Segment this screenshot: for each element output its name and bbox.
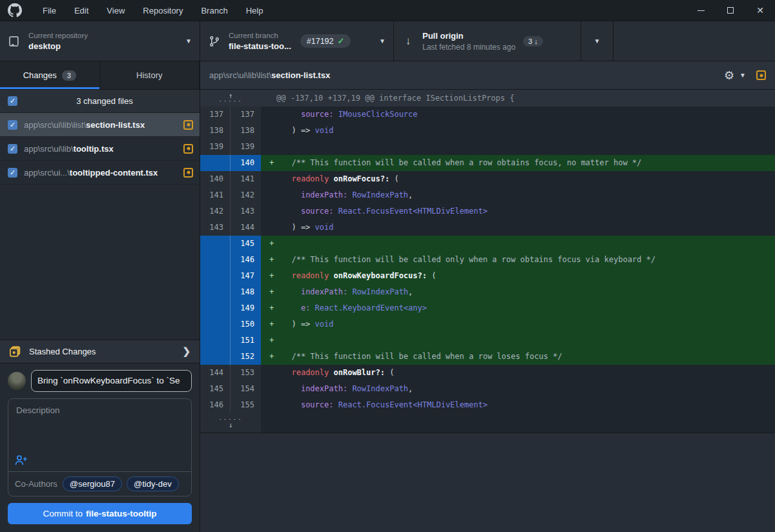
new-line-number[interactable]: 147 [231,268,261,284]
old-line-number[interactable] [200,284,231,300]
commit-summary-input[interactable] [31,370,192,392]
code-text: e: React.KeyboardEvent<any> [282,300,775,316]
diff-hunk-header[interactable]: ↑·····@@ -137,10 +137,19 @@ interface IS… [200,90,775,107]
file-checkbox[interactable]: ✓ [8,168,17,178]
new-line-number[interactable]: 144 [231,220,261,236]
old-line-number[interactable]: 139 [200,139,231,155]
diff-line[interactable]: 147+ readonly onRowKeyboardFocus?: ( [200,268,775,284]
new-line-number[interactable]: 145 [231,236,261,252]
include-all-checkbox[interactable]: ✓ [8,96,17,106]
commit-description-input[interactable]: Description [8,399,191,451]
diff-line[interactable]: 149+ e: React.KeyboardEvent<any> [200,300,775,316]
diff-line[interactable]: 146+ /** This function will be called on… [200,252,775,268]
new-line-number[interactable]: 140 [231,155,261,171]
new-line-number[interactable]: 138 [231,123,261,139]
old-line-number[interactable]: 144 [200,365,231,381]
diff-line[interactable]: 145+ [200,236,775,252]
old-line-number[interactable] [200,316,231,332]
diff-line[interactable]: 152+ /** This function will be called wh… [200,349,775,365]
diff-line[interactable]: 137137 source: IMouseClickSource [200,107,775,123]
new-line-number[interactable]: 150 [231,316,261,332]
diff-line[interactable]: 140141 readonly onRowFocus?: ( [200,171,775,187]
file-row[interactable]: ✓app\src\ui...\tooltipped-content.tsx [0,161,200,185]
old-line-number[interactable] [200,268,231,284]
diff-line-marker [261,203,282,220]
old-line-number[interactable]: 138 [200,123,231,139]
menu-item-edit[interactable]: Edit [65,0,98,21]
tab-history[interactable]: History [100,61,200,89]
old-line-number[interactable]: 145 [200,381,231,397]
diff-line[interactable]: 141142 indexPath: RowIndexPath, [200,187,775,203]
current-repository-button[interactable]: Current repository desktop ▼ [0,21,200,61]
menu-item-help[interactable]: Help [237,0,273,21]
new-line-number[interactable]: 154 [231,381,261,397]
old-line-number[interactable] [200,332,231,349]
file-row[interactable]: ✓app\src\ui\lib\tooltip.tsx [0,137,200,161]
menu-item-branch[interactable]: Branch [192,0,236,21]
new-line-number[interactable]: 151 [231,332,261,349]
old-line-number[interactable] [200,349,231,365]
diff-line[interactable]: 146155 source: React.FocusEvent<HTMLDivE… [200,397,775,413]
diff-line[interactable]: 140+ /** This function will be called wh… [200,155,775,171]
minimize-button[interactable] [686,0,716,21]
chevron-down-icon: ▼ [373,37,386,45]
diff-line-marker [261,397,282,413]
pull-origin-button[interactable]: ↓ Pull origin Last fetched 8 minutes ago… [394,21,581,61]
new-line-number[interactable]: 146 [231,252,261,268]
current-branch-button[interactable]: Current branch file-status-too... #17192… [200,21,394,61]
new-line-number[interactable]: 137 [231,107,261,123]
diff-line[interactable]: 142143 source: React.FocusEvent<HTMLDivE… [200,203,775,220]
diff-line[interactable]: 143144 ) => void [200,220,775,236]
new-line-number[interactable]: 149 [231,300,261,316]
old-line-number[interactable] [200,252,231,268]
tab-changes[interactable]: Changes 3 [0,61,100,89]
file-row[interactable]: ✓app\src\ui\lib\list\section-list.tsx [0,113,200,137]
new-line-number[interactable]: 139 [231,139,261,155]
diff-line[interactable]: 150+ ) => void [200,316,775,332]
diff-line[interactable]: 151+ [200,332,775,349]
new-line-number[interactable]: 155 [231,397,261,413]
add-coauthor-icon[interactable] [15,455,185,466]
commit-button[interactable]: Commit to file-status-tooltip [8,503,192,524]
file-checkbox[interactable]: ✓ [8,120,17,130]
menu-item-view[interactable]: View [98,0,134,21]
menu-item-repository[interactable]: Repository [134,0,192,21]
gear-icon[interactable]: ⚙ [724,70,734,81]
old-line-number[interactable]: 137 [200,107,231,123]
maximize-button[interactable] [716,0,745,21]
diff-line[interactable]: 145154 indexPath: RowIndexPath, [200,381,775,397]
old-line-number[interactable]: 140 [200,171,231,187]
chevron-down-icon[interactable]: ▼ [739,72,746,79]
old-line-number[interactable] [200,300,231,316]
menu-item-file[interactable]: File [34,0,65,21]
file-checkbox[interactable]: ✓ [8,144,17,154]
diff-line-content: + /** This function will be called when … [261,349,775,365]
code-text: indexPath: RowIndexPath, [282,284,775,300]
new-line-number[interactable]: 141 [231,171,261,187]
expand-hunk-down-button[interactable]: ·····↓ [200,413,261,433]
changed-files-count-label: 3 changed files [17,96,192,106]
close-button[interactable]: ✕ [745,0,775,21]
expand-hunk-up-button[interactable]: ↑····· [200,90,261,107]
old-line-number[interactable] [200,236,231,252]
old-line-number[interactable]: 143 [200,220,231,236]
new-line-number[interactable]: 153 [231,365,261,381]
new-line-number[interactable]: 142 [231,187,261,203]
coauthor-pill[interactable]: @sergiou87 [63,476,122,491]
pr-status-badge[interactable]: #17192 ✓ [300,34,351,48]
old-line-number[interactable]: 142 [200,203,231,220]
diff-line[interactable]: 144153 readonly onRowBlur?: ( [200,365,775,381]
stashed-changes-row[interactable]: Stashed Changes ❯ [0,340,200,363]
new-line-number[interactable]: 152 [231,349,261,365]
new-line-number[interactable]: 143 [231,203,261,220]
new-line-number[interactable]: 148 [231,284,261,300]
file-list-empty-area [0,185,200,340]
old-line-number[interactable]: 146 [200,397,231,413]
pull-options-dropdown[interactable]: ▼ [581,21,614,61]
diff-line[interactable]: 138138 ) => void [200,123,775,139]
coauthor-pill[interactable]: @tidy-dev [127,476,179,491]
old-line-number[interactable] [200,155,231,171]
diff-line[interactable]: 139139 [200,139,775,155]
diff-line[interactable]: 148+ indexPath: RowIndexPath, [200,284,775,300]
old-line-number[interactable]: 141 [200,187,231,203]
